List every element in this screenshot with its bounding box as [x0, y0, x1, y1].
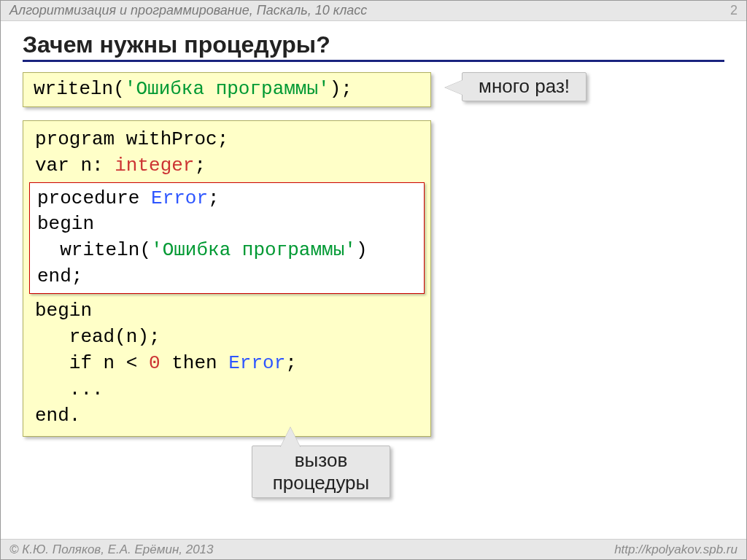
slide-footer: © К.Ю. Поляков, Е.А. Ерёмин, 2013 http:/… [1, 539, 746, 559]
source-url: http://kpolyakov.spb.ru [614, 542, 738, 557]
code-text: ); [330, 78, 352, 100]
slide-header: Алгоритмизация и программирование, Паска… [1, 1, 746, 21]
procedure-name: Error [151, 187, 208, 209]
code-text: end; [37, 265, 82, 287]
code-line: var n: integer; [23, 153, 430, 179]
slide-title: Зачем нужны процедуры? [23, 31, 724, 58]
page-number: 2 [730, 3, 738, 18]
example-row: writeln('Ошибка программы'); много раз! [23, 72, 724, 107]
code-text: ; [285, 352, 297, 374]
callout-many-times: много раз! [462, 72, 587, 101]
code-line: read(n); [23, 324, 430, 351]
procedure-call: Error [228, 352, 285, 374]
callout-procedure-call: вызов процедуры [252, 446, 390, 498]
code-text: writeln( [37, 239, 151, 261]
code-text: procedure [37, 187, 151, 209]
slide: Алгоритмизация и программирование, Паска… [0, 0, 747, 560]
code-program: program withProc; var n: integer; proced… [23, 120, 431, 438]
callout-text: много раз! [479, 75, 570, 98]
code-text: ) [356, 239, 368, 261]
code-line: begin [23, 298, 430, 324]
code-text: ; [194, 155, 206, 176]
keyword-type: integer [115, 155, 194, 176]
callout-line: вызов [268, 449, 374, 472]
code-text: then [160, 352, 229, 374]
course-title: Алгоритмизация и программирование, Паска… [9, 3, 367, 18]
code-text: var n: [35, 155, 115, 176]
code-line: program withProc; [23, 127, 430, 153]
copyright: © К.Ю. Поляков, Е.А. Ерёмин, 2013 [9, 542, 214, 557]
procedure-definition-box: procedure Error; begin writeln('Ошибка п… [29, 182, 425, 295]
title-underline [23, 60, 724, 62]
code-snippet-writeln: writeln('Ошибка программы'); [23, 72, 431, 107]
string-literal: 'Ошибка программы' [125, 78, 330, 100]
code-text: program withProc; [35, 128, 228, 150]
code-line: ... [23, 377, 430, 403]
code-text: writeln( [34, 78, 125, 100]
slide-content: Зачем нужны процедуры? writeln('Ошибка п… [1, 21, 746, 437]
code-text: ; [208, 187, 220, 209]
code-line: if n < 0 then Error; [23, 351, 430, 377]
string-literal: 'Ошибка программы' [151, 239, 356, 261]
code-line: end. [23, 403, 430, 429]
callout-line: процедуры [268, 472, 374, 494]
code-text: if n < [35, 352, 149, 374]
number-literal: 0 [149, 352, 160, 374]
code-text: begin [37, 213, 94, 235]
